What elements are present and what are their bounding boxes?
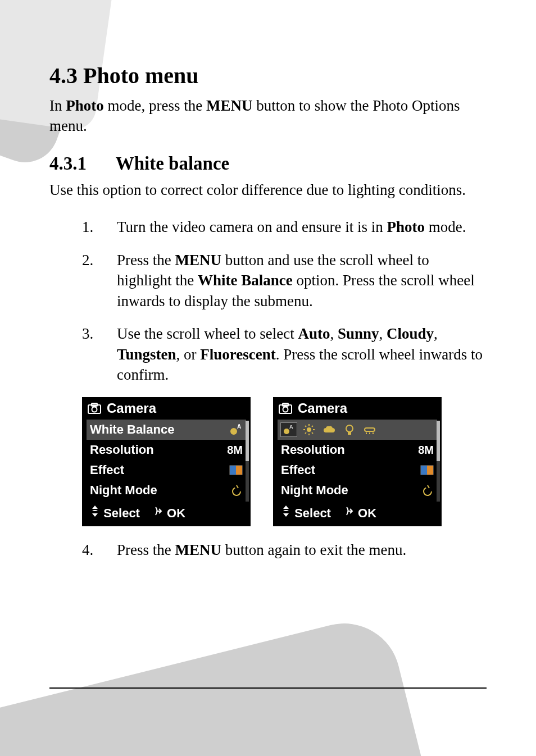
svg-line-20 (312, 432, 313, 434)
subsection-number: 4.3.1 (49, 153, 111, 174)
svg-rect-31 (427, 466, 433, 475)
svg-point-3 (230, 428, 237, 435)
camera-menu-item-effect[interactable]: Effect (87, 460, 246, 480)
menu-item-value: 8M (418, 444, 434, 457)
menu-item-label: Resolution (90, 443, 154, 457)
svg-point-8 (233, 488, 240, 495)
page-content: 4.3 Photo menu In Photo mode, press the … (0, 0, 536, 607)
svg-line-21 (305, 432, 306, 434)
wb-options: A (281, 423, 378, 436)
svg-point-14 (307, 427, 311, 432)
camera-menu-title: Camera (298, 400, 347, 416)
wb-option-cloudy[interactable] (321, 423, 337, 436)
footer-ok: OK (344, 505, 376, 521)
scroll-updown-icon (90, 505, 100, 517)
camera-menu-item-resolution[interactable]: Resolution 8M (87, 440, 246, 460)
menu-item-label: Night Mode (281, 483, 348, 498)
press-in-icon (153, 505, 163, 517)
step-1: Turn the video camera on and ensure it i… (82, 217, 487, 237)
step-2: Press the MENU button and use the scroll… (82, 250, 487, 311)
svg-line-19 (305, 426, 306, 427)
effect-normal-icon (420, 465, 434, 475)
menu-item-label: Effect (90, 463, 124, 477)
wb-auto-icon: A (229, 423, 243, 436)
step-list-cont: Press the MENU button again to exit the … (49, 540, 487, 560)
svg-rect-30 (421, 466, 427, 475)
camera-menu-screenshot-2: Camera A (273, 397, 442, 526)
camera-menu-titlebar: Camera (82, 397, 251, 420)
svg-rect-7 (236, 466, 242, 475)
wb-submenu-row: A (278, 420, 437, 440)
subsection-description: Use this option to correct color differe… (49, 180, 487, 200)
footer-select: Select (281, 505, 331, 521)
page-bottom-rule (49, 687, 487, 689)
scrollbar-thumb[interactable] (437, 421, 440, 461)
menu-scrollbar[interactable] (437, 421, 440, 502)
camera-icon (88, 403, 101, 414)
svg-text:A: A (289, 424, 293, 430)
menu-item-label: White Balance (90, 422, 174, 437)
section-heading: 4.3 Photo menu (49, 62, 487, 90)
effect-normal-icon (229, 465, 243, 475)
camera-menu-footer: Select OK (273, 500, 442, 526)
svg-text:A: A (237, 423, 241, 430)
wb-option-fluorescent[interactable] (362, 423, 378, 436)
menu-item-label: Night Mode (90, 483, 157, 498)
menu-scrollbar[interactable] (246, 421, 249, 502)
step-4: Press the MENU button again to exit the … (82, 540, 487, 560)
camera-menu-item-effect[interactable]: Effect (278, 460, 437, 480)
svg-rect-24 (348, 432, 351, 435)
menu-item-label: Resolution (281, 443, 345, 457)
step-list: Turn the video camera on and ensure it i… (49, 217, 487, 385)
night-mode-icon (421, 484, 434, 497)
press-in-icon (344, 505, 355, 517)
svg-point-2 (92, 407, 97, 412)
decorative-corner-bottom (0, 612, 439, 756)
section-number: 4.3 (49, 63, 78, 88)
scroll-updown-icon (281, 505, 291, 517)
screenshot-row: Camera White Balance A Resolution 8M Eff… (82, 397, 487, 526)
svg-point-11 (283, 407, 288, 412)
section-title: Photo menu (83, 63, 199, 88)
night-mode-icon (230, 484, 243, 497)
camera-menu-item-night-mode[interactable]: Night Mode (87, 480, 246, 500)
scrollbar-thumb[interactable] (246, 421, 249, 461)
step-3: Use the scroll wheel to select Auto, Sun… (82, 324, 487, 385)
svg-point-23 (346, 425, 353, 432)
wb-option-tungsten[interactable] (342, 423, 357, 436)
menu-item-label: Effect (281, 463, 315, 477)
camera-icon (279, 403, 292, 414)
svg-line-22 (312, 426, 313, 427)
wb-option-sunny[interactable] (301, 423, 317, 436)
menu-item-value: 8M (227, 444, 243, 457)
svg-rect-25 (365, 428, 375, 431)
section-intro: In Photo mode, press the MENU button to … (49, 95, 487, 136)
camera-menu-footer: Select OK (82, 500, 251, 526)
camera-menu-list: A (273, 420, 442, 500)
subsection-title: White balance (116, 153, 230, 174)
camera-menu-list: White Balance A Resolution 8M Effect (82, 420, 251, 500)
camera-menu-title: Camera (107, 400, 156, 416)
svg-rect-6 (230, 466, 236, 475)
footer-ok: OK (153, 505, 185, 521)
camera-menu-item-resolution[interactable]: Resolution 8M (278, 440, 437, 460)
svg-point-32 (424, 488, 431, 495)
camera-menu-titlebar: Camera (273, 397, 442, 420)
wb-option-auto[interactable]: A (281, 423, 297, 436)
footer-select: Select (90, 505, 140, 521)
camera-menu-item-night-mode[interactable]: Night Mode (278, 480, 437, 500)
subsection-heading: 4.3.1 White balance (49, 153, 487, 174)
camera-menu-screenshot-1: Camera White Balance A Resolution 8M Eff… (82, 397, 251, 526)
camera-menu-item-white-balance[interactable]: White Balance A (87, 420, 246, 440)
svg-point-12 (284, 429, 289, 434)
